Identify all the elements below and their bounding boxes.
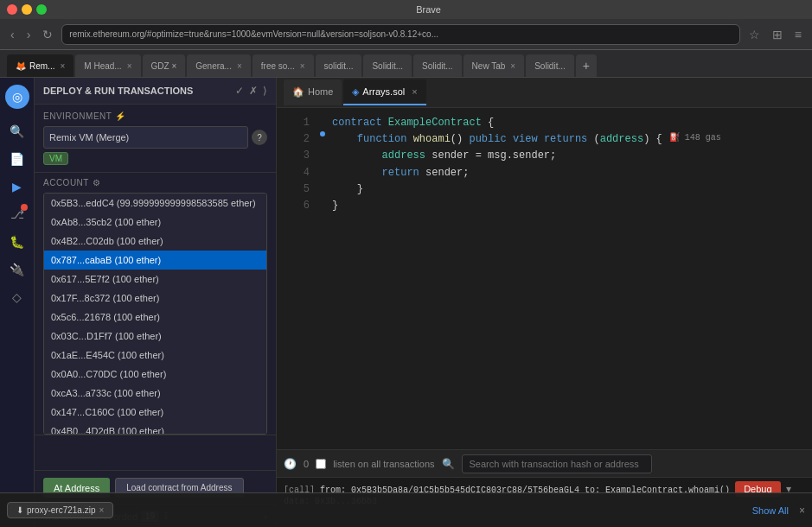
account-item-3[interactable]: 0x787...cabaB (100 ether) bbox=[44, 251, 266, 270]
account-item-2[interactable]: 0x4B2...C02db (100 ether) bbox=[44, 232, 266, 251]
tab-label: Solidit... bbox=[422, 61, 453, 71]
sidebar-icon-debug[interactable]: 🐛 bbox=[5, 230, 29, 254]
tab-label: Arrays.sol bbox=[362, 86, 405, 97]
address-text: remix.ethereum.org/#optimize=true&runs=1… bbox=[69, 29, 438, 39]
error-icon[interactable]: ✗ bbox=[249, 85, 258, 97]
account-item-1[interactable]: 0xAb8...35cb2 (100 ether) bbox=[44, 213, 266, 232]
account-item-12[interactable]: 0x4B0...4D2dB (100 ether) bbox=[44, 422, 266, 435]
terminal-search-icon: 🔍 bbox=[442, 458, 455, 470]
tab-close-icon[interactable]: × bbox=[237, 61, 242, 71]
deploy-panel-title: DEPLOY & RUN TRANSACTIONS bbox=[43, 86, 193, 96]
maximize-window-btn[interactable] bbox=[36, 4, 47, 15]
tab-label: Solidit... bbox=[372, 61, 403, 71]
code-line-3: 3 address sender = msg.sender; bbox=[277, 148, 812, 164]
tab-newtab[interactable]: New Tab × bbox=[464, 54, 525, 77]
browser-tabs: 🦊 Rem... × M Head... × GDZ × Genera... ×… bbox=[0, 50, 812, 78]
account-item-7[interactable]: 0x03C...D1Ff7 (100 ether) bbox=[44, 327, 266, 346]
account-settings-icon[interactable]: ⚙ bbox=[93, 178, 101, 187]
account-item-10[interactable]: 0xcA3...a733c (100 ether) bbox=[44, 384, 266, 403]
tab-gdz[interactable]: GDZ × bbox=[143, 54, 186, 77]
close-window-btn[interactable] bbox=[7, 4, 17, 15]
sidebar-icon-search[interactable]: 🔍 bbox=[5, 119, 29, 143]
refresh-button[interactable]: ↻ bbox=[39, 26, 56, 43]
listen-checkbox[interactable] bbox=[316, 459, 326, 469]
tab-label: Solidit... bbox=[534, 61, 566, 71]
taskbar-close-button[interactable]: × bbox=[99, 505, 104, 515]
tab-favicon: 🦊 bbox=[16, 61, 26, 71]
deploy-panel: DEPLOY & RUN TRANSACTIONS ✓ ✗ ⟩ ENVIRONM… bbox=[35, 78, 277, 527]
terminal-counter-icon: 🕐 bbox=[284, 458, 297, 470]
icon-sidebar: ◎ 🔍 📄 ▶ ⎇ 🐛 🔌 ◇ ⚙ bbox=[0, 78, 35, 527]
tab-solidit3[interactable]: Solidit... bbox=[413, 54, 462, 77]
window-title: Brave bbox=[52, 4, 805, 15]
sidebar-icon-deploy[interactable]: ▶ bbox=[5, 175, 29, 199]
account-item-8[interactable]: 0x1aE...E454C (100 ether) bbox=[44, 346, 266, 365]
tab-label: GDZ × bbox=[151, 61, 177, 71]
editor-tabs: 🏠 Home ◈ Arrays.sol × bbox=[277, 78, 812, 108]
tab-solidit2[interactable]: Solidit... bbox=[363, 54, 412, 77]
environment-section: ENVIRONMENT ⚡ Remix VM (Merge) ? VM bbox=[35, 105, 276, 173]
account-dropdown: 0x5B3...eddC4 (99.999999999998583585 eth… bbox=[43, 193, 267, 435]
taskbar-dismiss-button[interactable]: × bbox=[799, 505, 805, 517]
bookmark-button[interactable]: ☆ bbox=[745, 26, 764, 43]
tab-label: Genera... bbox=[195, 61, 232, 71]
account-section: ACCOUNT ⚙ 0x5B3...eddC4 (99.999999999998… bbox=[35, 173, 276, 435]
download-icon: ⬇ bbox=[16, 505, 23, 515]
tab-solidit[interactable]: solidit... bbox=[316, 54, 362, 77]
code-line-2: 2 function whoami() public view returns … bbox=[277, 131, 812, 148]
tab-close-icon[interactable]: × bbox=[510, 61, 515, 71]
account-item-0[interactable]: 0x5B3...eddC4 (99.999999999998583585 eth… bbox=[44, 194, 266, 213]
address-bar[interactable]: remix.ethereum.org/#optimize=true&runs=1… bbox=[61, 24, 739, 45]
forward-button[interactable]: › bbox=[23, 26, 35, 43]
tab-close-icon[interactable]: × bbox=[127, 61, 132, 71]
listen-label: listen on all transactions bbox=[333, 459, 434, 469]
home-icon: 🏠 bbox=[292, 86, 304, 98]
tab-generate[interactable]: Genera... × bbox=[187, 54, 251, 77]
download-filename: proxy-erc721a.zip bbox=[27, 505, 95, 515]
tab-close-icon[interactable]: × bbox=[412, 86, 417, 97]
tab-label: solidit... bbox=[324, 61, 354, 71]
tab-solidit4[interactable]: Solidit... bbox=[526, 54, 574, 77]
tab-remix[interactable]: 🦊 Rem... × bbox=[7, 54, 74, 77]
sidebar-icon-run[interactable]: ◇ bbox=[5, 285, 29, 309]
environment-select[interactable]: Remix VM (Merge) bbox=[43, 126, 248, 149]
account-item-6[interactable]: 0x5c6...21678 (100 ether) bbox=[44, 308, 266, 327]
editor-tab-home[interactable]: 🏠 Home bbox=[284, 79, 342, 105]
editor-tab-arrays[interactable]: ◈ Arrays.sol × bbox=[343, 79, 425, 105]
tab-free[interactable]: free so... × bbox=[253, 54, 314, 77]
sidebar-icon-git[interactable]: ⎇ bbox=[5, 202, 29, 226]
minimize-window-btn[interactable] bbox=[22, 4, 32, 15]
download-item[interactable]: ⬇ proxy-erc721a.zip × bbox=[7, 502, 113, 518]
account-item-5[interactable]: 0x17F...8c372 (100 ether) bbox=[44, 289, 266, 308]
env-info-icon: ⚡ bbox=[115, 111, 126, 121]
environment-label: ENVIRONMENT ⚡ bbox=[43, 111, 267, 121]
notification-badge bbox=[21, 204, 28, 211]
back-button[interactable]: ‹ bbox=[7, 26, 18, 43]
show-all-button[interactable]: Show All bbox=[752, 505, 789, 516]
expand-icon[interactable]: ⟩ bbox=[263, 85, 267, 97]
editor-area: 🏠 Home ◈ Arrays.sol × 1 contract Example… bbox=[277, 78, 812, 527]
transaction-search-input[interactable] bbox=[462, 454, 652, 473]
check-icon[interactable]: ✓ bbox=[235, 85, 244, 97]
sidebar-icon-file[interactable]: 📄 bbox=[5, 147, 29, 171]
account-label: ACCOUNT ⚙ bbox=[43, 178, 267, 187]
app-logo: ◎ bbox=[5, 85, 29, 109]
account-item-11[interactable]: 0x147...C160C (100 ether) bbox=[44, 403, 266, 422]
code-editor[interactable]: 1 contract ExampleContract { 2 function … bbox=[277, 108, 812, 449]
account-item-4[interactable]: 0x617...5E7f2 (100 ether) bbox=[44, 270, 266, 289]
tab-close-icon[interactable]: × bbox=[300, 61, 305, 71]
code-line-1: 1 contract ExampleContract { bbox=[277, 115, 812, 131]
code-line-5: 5 } bbox=[277, 181, 812, 198]
extensions-button[interactable]: ⊞ bbox=[769, 26, 786, 43]
environment-info-button[interactable]: ? bbox=[252, 130, 267, 145]
account-list[interactable]: 0x5B3...eddC4 (99.999999999998583585 eth… bbox=[43, 193, 267, 435]
account-item-9[interactable]: 0x0A0...C70DC (100 ether) bbox=[44, 365, 266, 384]
tab-add[interactable]: + bbox=[576, 54, 597, 77]
tab-close-icon[interactable]: × bbox=[60, 61, 65, 71]
sidebar-icon-plugin[interactable]: 🔌 bbox=[5, 257, 29, 282]
tab-label: Rem... bbox=[29, 61, 54, 71]
menu-button[interactable]: ≡ bbox=[791, 26, 805, 43]
app-layout: ◎ 🔍 📄 ▶ ⎇ 🐛 🔌 ◇ ⚙ DEPLOY & RUN TRANSACTI… bbox=[0, 78, 812, 527]
tab-metamask[interactable]: M Head... × bbox=[75, 54, 140, 77]
traffic-lights bbox=[7, 4, 47, 15]
